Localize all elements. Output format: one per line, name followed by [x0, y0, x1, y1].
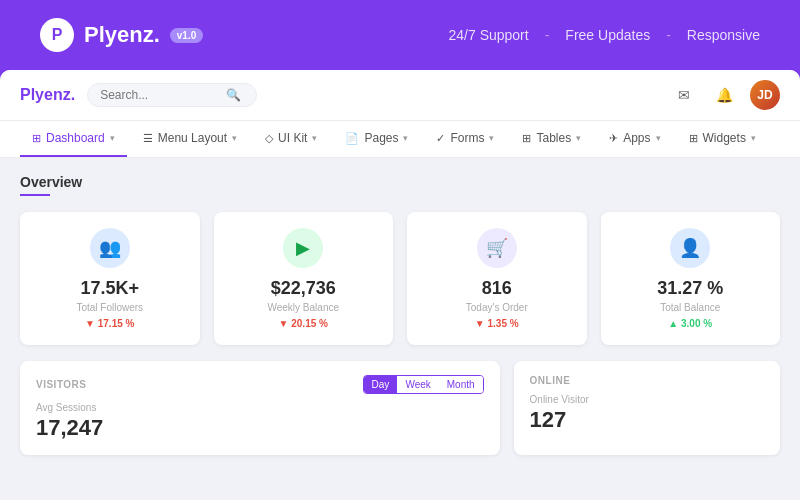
support-label: 24/7 Support — [449, 27, 529, 43]
pages-icon: 📄 — [345, 132, 359, 145]
online-card-header: ONLINE — [530, 375, 764, 386]
tables-icon: ⊞ — [522, 132, 531, 145]
nav-item-menu-layout[interactable]: ☰ Menu Layout ▾ — [131, 121, 249, 157]
nav-label-dashboard: Dashboard — [46, 131, 105, 145]
stat-card-orders: 🛒 816 Today's Order ▼ 1.35 % — [407, 212, 587, 345]
online-section-title: ONLINE — [530, 375, 571, 386]
day-tab-day[interactable]: Day — [364, 376, 398, 393]
nav-label-widgets: Widgets — [703, 131, 746, 145]
overview-line — [20, 194, 50, 196]
separator-1: - — [545, 27, 550, 43]
online-visitor-label: Online Visitor — [530, 394, 764, 405]
search-box[interactable]: 🔍 — [87, 83, 257, 107]
orders-arrow: ▼ — [475, 318, 488, 329]
nav-label-pages: Pages — [364, 131, 398, 145]
avg-sessions-label: Avg Sessions — [36, 402, 484, 413]
orders-change: ▼ 1.35 % — [423, 318, 571, 329]
chevron-icon-widgets: ▾ — [751, 133, 756, 143]
online-card: ONLINE Online Visitor 127 — [514, 361, 780, 455]
nav-item-dashboard[interactable]: ⊞ Dashboard ▾ — [20, 121, 127, 157]
stat-card-followers: 👥 17.5K+ Total Followers ▼ 17.15 % — [20, 212, 200, 345]
nav-item-widgets[interactable]: ⊞ Widgets ▾ — [677, 121, 768, 157]
followers-icon: 👥 — [99, 237, 121, 259]
orders-value: 816 — [423, 278, 571, 299]
nav-label-menu-layout: Menu Layout — [158, 131, 227, 145]
brand-logo: P — [40, 18, 74, 52]
online-visitor-value: 127 — [530, 407, 764, 433]
header-icons: ✉ 🔔 JD — [670, 80, 780, 110]
balance-arrow: ▼ — [279, 318, 292, 329]
overview-title: Overview — [20, 174, 780, 190]
day-tab-week[interactable]: Week — [397, 376, 438, 393]
day-tab-month[interactable]: Month — [439, 376, 483, 393]
forms-icon: ✓ — [436, 132, 445, 145]
followers-arrow: ▼ — [85, 318, 98, 329]
balance-label: Weekly Balance — [230, 302, 378, 313]
nav-item-apps[interactable]: ✈ Apps ▾ — [597, 121, 672, 157]
chevron-icon-forms: ▾ — [489, 133, 494, 143]
chevron-icon-pages: ▾ — [403, 133, 408, 143]
nav-label-ui-kit: UI Kit — [278, 131, 307, 145]
main-content: Overview 👥 17.5K+ Total Followers ▼ 17.1… — [0, 158, 800, 500]
dashboard-icon: ⊞ — [32, 132, 41, 145]
brand-version: v1.0 — [170, 28, 203, 43]
nav-item-ui-kit[interactable]: ◇ UI Kit ▾ — [253, 121, 329, 157]
dashboard-container: Plyenz. 🔍 ✉ 🔔 JD ⊞ Dashboard ▾ ☰ Menu La… — [0, 70, 800, 500]
brand-name: Plyenz. — [84, 22, 160, 48]
total-balance-label: Total Balance — [617, 302, 765, 313]
stats-row: 👥 17.5K+ Total Followers ▼ 17.15 % ▶ $22… — [20, 212, 780, 345]
banner-links: 24/7 Support - Free Updates - Responsive — [449, 27, 761, 43]
nav-item-forms[interactable]: ✓ Forms ▾ — [424, 121, 506, 157]
followers-icon-circle: 👥 — [90, 228, 130, 268]
balance-icon-circle: ▶ — [283, 228, 323, 268]
widgets-icon: ⊞ — [689, 132, 698, 145]
mail-icon[interactable]: ✉ — [670, 81, 698, 109]
responsive-label: Responsive — [687, 27, 760, 43]
nav-item-pages[interactable]: 📄 Pages ▾ — [333, 121, 420, 157]
apps-icon: ✈ — [609, 132, 618, 145]
free-updates-label: Free Updates — [565, 27, 650, 43]
balance-change: ▼ 20.15 % — [230, 318, 378, 329]
inner-brand-name: Plyenz. — [20, 86, 75, 104]
visitors-card-header: VISITORS Day Week Month — [36, 375, 484, 394]
balance-value: $22,736 — [230, 278, 378, 299]
chevron-icon-dashboard: ▾ — [110, 133, 115, 143]
chevron-icon-apps: ▾ — [656, 133, 661, 143]
nav-item-tables[interactable]: ⊞ Tables ▾ — [510, 121, 593, 157]
total-balance-value: 31.27 % — [617, 278, 765, 299]
visitors-card: VISITORS Day Week Month Avg Sessions 17,… — [20, 361, 500, 455]
nav-bar: ⊞ Dashboard ▾ ☰ Menu Layout ▾ ◇ UI Kit ▾… — [0, 121, 800, 158]
chevron-icon-ui-kit: ▾ — [312, 133, 317, 143]
orders-icon: 🛒 — [486, 237, 508, 259]
chevron-icon-menu-layout: ▾ — [232, 133, 237, 143]
total-balance-icon: 👤 — [679, 237, 701, 259]
search-input[interactable] — [100, 88, 220, 102]
menu-layout-icon: ☰ — [143, 132, 153, 145]
inner-header: Plyenz. 🔍 ✉ 🔔 JD — [0, 70, 800, 121]
avatar-initials: JD — [757, 88, 772, 102]
nav-label-apps: Apps — [623, 131, 650, 145]
visitors-section-title: VISITORS — [36, 379, 87, 390]
followers-label: Total Followers — [36, 302, 184, 313]
nav-label-tables: Tables — [536, 131, 571, 145]
total-balance-icon-circle: 👤 — [670, 228, 710, 268]
followers-value: 17.5K+ — [36, 278, 184, 299]
brand-section: P Plyenz. v1.0 — [40, 18, 203, 52]
top-banner: P Plyenz. v1.0 24/7 Support - Free Updat… — [0, 0, 800, 70]
separator-2: - — [666, 27, 671, 43]
followers-change: ▼ 17.15 % — [36, 318, 184, 329]
day-tabs: Day Week Month — [363, 375, 484, 394]
bottom-row: VISITORS Day Week Month Avg Sessions 17,… — [20, 361, 780, 455]
nav-label-forms: Forms — [450, 131, 484, 145]
total-balance-change: ▲ 3.00 % — [617, 318, 765, 329]
total-balance-arrow: ▲ — [668, 318, 681, 329]
orders-label: Today's Order — [423, 302, 571, 313]
bell-icon[interactable]: 🔔 — [710, 81, 738, 109]
stat-card-total-balance: 👤 31.27 % Total Balance ▲ 3.00 % — [601, 212, 781, 345]
stat-card-balance: ▶ $22,736 Weekly Balance ▼ 20.15 % — [214, 212, 394, 345]
balance-icon: ▶ — [296, 237, 310, 259]
avatar[interactable]: JD — [750, 80, 780, 110]
search-icon: 🔍 — [226, 88, 241, 102]
avg-sessions-value: 17,247 — [36, 415, 484, 441]
ui-kit-icon: ◇ — [265, 132, 273, 145]
